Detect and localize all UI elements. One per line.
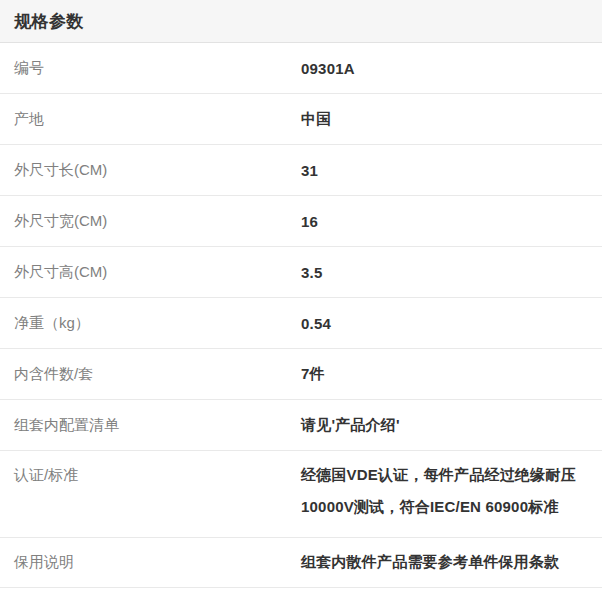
spec-label: 认证/标准 — [0, 464, 301, 486]
spec-label: 净重（kg） — [0, 314, 301, 333]
spec-value: 请见'产品介绍' — [301, 416, 602, 435]
spec-value: 3.5 — [301, 264, 602, 281]
spec-panel: 规格参数 编号 09301A 产地 中国 外尺寸长(CM) 31 外尺寸宽(CM… — [0, 0, 602, 616]
spec-label: 外尺寸宽(CM) — [0, 212, 301, 231]
spec-value: 组套内散件产品需要参考单件保用条款 — [301, 553, 602, 572]
spec-value: 09301A — [301, 60, 602, 77]
spec-row-origin: 产地 中国 — [0, 94, 602, 145]
section-header: 规格参数 — [0, 0, 602, 43]
section-title: 规格参数 — [14, 10, 84, 33]
spec-row-set-contents: 组套内配置清单 请见'产品介绍' — [0, 400, 602, 451]
spec-label: 保用说明 — [0, 553, 301, 572]
spec-label: 组套内配置清单 — [0, 416, 301, 435]
spec-row-certification: 认证/标准 经德国VDE认证，每件产品经过绝缘耐压10000V测试，符合IEC/… — [0, 451, 602, 538]
spec-label: 编号 — [0, 59, 301, 78]
spec-row-item-number: 编号 09301A — [0, 43, 602, 94]
spec-label: 产地 — [0, 110, 301, 129]
spec-row-height: 外尺寸高(CM) 3.5 — [0, 247, 602, 298]
spec-row-piece-count: 内含件数/套 7件 — [0, 349, 602, 400]
spec-row-length: 外尺寸长(CM) 31 — [0, 145, 602, 196]
spec-row-warranty: 保用说明 组套内散件产品需要参考单件保用条款 — [0, 538, 602, 588]
spec-value: 31 — [301, 162, 602, 179]
spec-row-net-weight: 净重（kg） 0.54 — [0, 298, 602, 349]
spec-label: 外尺寸长(CM) — [0, 161, 301, 180]
spec-value: 中国 — [301, 110, 602, 129]
spec-row-width: 外尺寸宽(CM) 16 — [0, 196, 602, 247]
spec-label: 外尺寸高(CM) — [0, 263, 301, 282]
spec-value: 16 — [301, 213, 602, 230]
spec-value: 经德国VDE认证，每件产品经过绝缘耐压10000V测试，符合IEC/EN 609… — [301, 459, 602, 523]
spec-label: 内含件数/套 — [0, 365, 301, 384]
spec-value: 0.54 — [301, 315, 602, 332]
spec-value: 7件 — [301, 365, 602, 384]
